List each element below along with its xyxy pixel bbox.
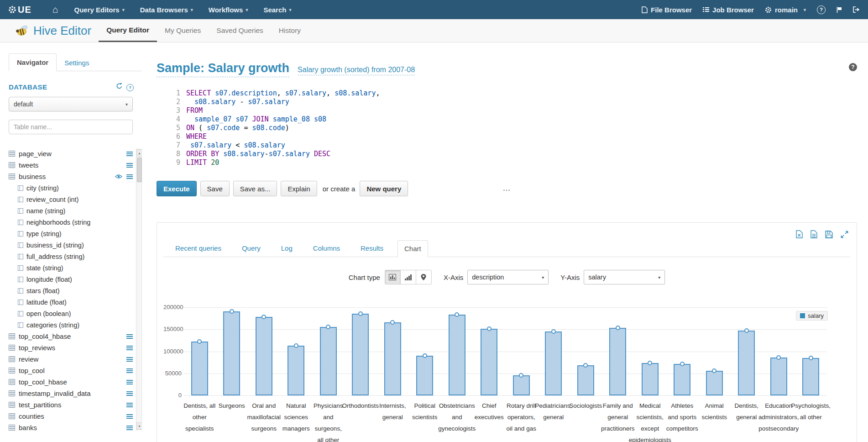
table-row[interactable]: business bbox=[9, 171, 136, 182]
scroll-down-arrow[interactable]: ▼ bbox=[136, 422, 142, 430]
new-query-button[interactable]: New query bbox=[360, 181, 408, 196]
table-search-input[interactable] bbox=[9, 120, 133, 134]
table-row[interactable]: page_view bbox=[9, 148, 136, 159]
chart-legend[interactable]: salary bbox=[796, 311, 828, 321]
chart-type-bars-button[interactable] bbox=[385, 270, 401, 284]
database-select[interactable]: default ▾ bbox=[9, 97, 133, 111]
browse-data-icon[interactable] bbox=[126, 402, 133, 408]
bar[interactable] bbox=[191, 342, 208, 395]
help-icon[interactable]: ? bbox=[817, 5, 826, 14]
tab-saved-queries[interactable]: Saved Queries bbox=[209, 19, 271, 42]
bar[interactable] bbox=[738, 331, 755, 395]
bar[interactable] bbox=[416, 356, 433, 395]
bar[interactable] bbox=[577, 365, 594, 395]
table-row[interactable]: top_cool_hbase bbox=[9, 376, 136, 388]
column-row[interactable]: open (boolean) bbox=[9, 308, 136, 319]
tab-recent-queries[interactable]: Recent queries bbox=[169, 240, 228, 257]
chart-type-map-button[interactable] bbox=[416, 270, 432, 284]
sidebar-tab-navigator[interactable]: Navigator bbox=[9, 53, 57, 71]
code-content[interactable]: SELECT s07.description, s07.salary, s08.… bbox=[186, 89, 857, 167]
browse-data-icon[interactable] bbox=[126, 379, 133, 385]
table-row[interactable]: top_cool4_hbase bbox=[9, 331, 136, 342]
bar[interactable] bbox=[320, 327, 337, 395]
column-row[interactable]: longitude (float) bbox=[9, 274, 136, 285]
sidebar-scrollbar[interactable]: ▲ ▼ bbox=[136, 149, 142, 430]
column-row[interactable]: stars (float) bbox=[9, 285, 136, 296]
table-row[interactable]: tweets bbox=[9, 159, 136, 171]
bar[interactable] bbox=[706, 371, 723, 395]
hue-logo[interactable]: UE bbox=[8, 5, 31, 15]
table-row[interactable]: top_reviews bbox=[9, 342, 136, 353]
table-row[interactable]: review bbox=[9, 353, 136, 365]
file-browser-link[interactable]: File Browser bbox=[642, 6, 692, 14]
browse-data-icon[interactable] bbox=[126, 414, 133, 419]
browse-data-icon[interactable] bbox=[126, 174, 133, 179]
job-browser-link[interactable]: Job Browser bbox=[703, 6, 754, 14]
save-button[interactable]: Save bbox=[200, 181, 230, 196]
tab-results[interactable]: Results bbox=[354, 240, 390, 257]
save-as-button[interactable]: Save as... bbox=[233, 181, 277, 196]
tab-history[interactable]: History bbox=[271, 19, 309, 42]
query-subtitle-link[interactable]: Salary growth (sorted) from 2007-08 bbox=[298, 66, 415, 75]
browse-data-icon[interactable] bbox=[126, 425, 133, 431]
hive-editor-title[interactable]: Hive Editor bbox=[16, 19, 91, 42]
feedback-flag-icon[interactable] bbox=[837, 6, 842, 13]
bar[interactable] bbox=[288, 346, 304, 395]
browse-data-icon[interactable] bbox=[126, 391, 133, 396]
x-axis-select[interactable]: description ▾ bbox=[467, 270, 549, 284]
column-row[interactable]: state (string) bbox=[9, 262, 136, 274]
bar[interactable] bbox=[770, 358, 787, 395]
table-row[interactable]: test_partitions bbox=[9, 399, 136, 410]
browse-data-icon[interactable] bbox=[126, 334, 133, 339]
table-row[interactable]: top_cool bbox=[9, 365, 136, 376]
bar[interactable] bbox=[642, 363, 659, 395]
tab-columns[interactable]: Columns bbox=[307, 240, 346, 257]
tab-log[interactable]: Log bbox=[275, 240, 299, 257]
column-row[interactable]: latitude (float) bbox=[9, 296, 136, 308]
resize-handle[interactable]: ... bbox=[503, 184, 510, 193]
bar[interactable] bbox=[513, 375, 530, 395]
menu-workflows[interactable]: Workflows▾ bbox=[201, 6, 256, 14]
query-help-icon[interactable]: ? bbox=[849, 63, 857, 71]
bar[interactable] bbox=[609, 328, 626, 395]
bar[interactable] bbox=[481, 329, 497, 395]
scroll-up-arrow[interactable]: ▲ bbox=[136, 149, 142, 157]
menu-search[interactable]: Search▾ bbox=[256, 6, 299, 14]
column-row[interactable]: city (string) bbox=[9, 182, 136, 194]
tab-query[interactable]: Query bbox=[235, 240, 267, 257]
table-row[interactable]: banks bbox=[9, 422, 136, 433]
bar[interactable] bbox=[449, 315, 465, 395]
bar[interactable] bbox=[802, 358, 819, 395]
bar[interactable] bbox=[545, 332, 562, 395]
menu-query-editors[interactable]: Query Editors▾ bbox=[66, 6, 132, 14]
download-excel-icon[interactable] bbox=[796, 230, 803, 238]
expand-results-icon[interactable] bbox=[841, 231, 848, 238]
refresh-icon[interactable] bbox=[116, 83, 123, 91]
column-row[interactable]: name (string) bbox=[9, 205, 136, 216]
browse-data-icon[interactable] bbox=[126, 151, 133, 157]
browse-data-icon[interactable] bbox=[126, 163, 133, 168]
y-axis-select[interactable]: salary ▾ bbox=[584, 270, 665, 284]
column-row[interactable]: business_id (string) bbox=[9, 239, 136, 251]
download-csv-icon[interactable] bbox=[810, 230, 817, 238]
home-icon[interactable]: ⌂ bbox=[49, 4, 62, 15]
sidebar-tab-settings[interactable]: Settings bbox=[57, 54, 97, 71]
column-row[interactable]: review_count (int) bbox=[9, 194, 136, 205]
execute-button[interactable]: Execute bbox=[157, 181, 197, 196]
logout-icon[interactable] bbox=[853, 6, 860, 13]
user-menu[interactable]: romain ▾ bbox=[765, 6, 806, 14]
tab-query-editor[interactable]: Query Editor bbox=[99, 19, 157, 42]
column-row[interactable]: full_address (string) bbox=[9, 251, 136, 262]
chart-type-columns-button[interactable] bbox=[400, 270, 416, 284]
eye-icon[interactable] bbox=[115, 174, 122, 179]
menu-data-browsers[interactable]: Data Browsers▾ bbox=[132, 6, 201, 14]
column-row[interactable]: categories (string) bbox=[9, 319, 136, 331]
browse-data-icon[interactable] bbox=[126, 357, 133, 362]
table-row[interactable]: counties bbox=[9, 410, 136, 422]
bar[interactable] bbox=[674, 364, 690, 395]
column-row[interactable]: neighborhoods (string bbox=[9, 216, 136, 228]
column-row[interactable]: type (string) bbox=[9, 228, 136, 239]
query-title[interactable]: Sample: Salary growth bbox=[157, 61, 289, 77]
scrollbar-thumb[interactable] bbox=[137, 158, 142, 182]
browse-data-icon[interactable] bbox=[126, 345, 133, 351]
